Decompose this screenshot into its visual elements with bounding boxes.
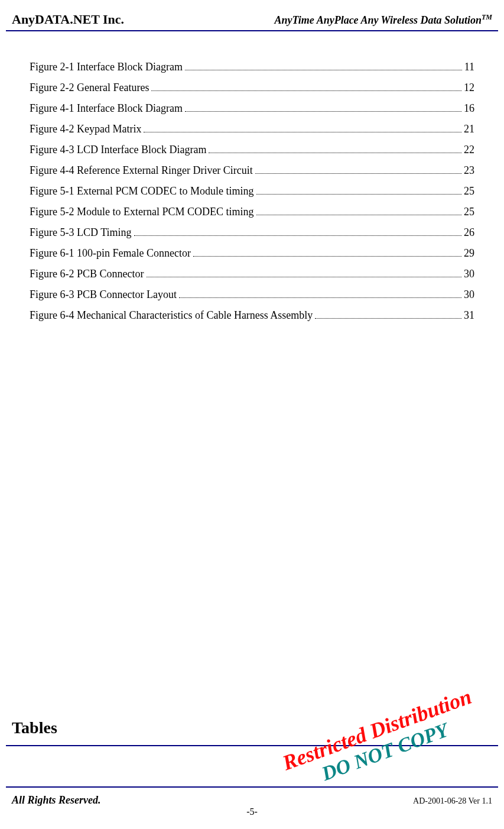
toc-leader-dots: [179, 297, 461, 298]
toc-leader-dots: [134, 235, 461, 236]
toc-page: 16: [464, 102, 474, 115]
toc-leader-dots: [144, 132, 461, 132]
toc-page: 30: [464, 289, 474, 301]
footer-doc-id: AD-2001-06-28 Ver 1.1: [413, 796, 492, 806]
toc-label: Figure 5-2 Module to External PCM CODEC …: [30, 206, 254, 218]
toc-entry: Figure 4-2 Keypad Matrix 21: [30, 123, 474, 135]
company-name: AnyDATA.NET Inc.: [12, 12, 124, 27]
toc-leader-dots: [315, 318, 461, 319]
tagline: AnyTime AnyPlace Any Wireless Data Solut…: [274, 13, 492, 27]
toc-label: Figure 2-2 General Features: [30, 82, 149, 94]
toc-label: Figure 5-3 LCD Timing: [30, 226, 132, 239]
toc-label: Figure 6-2 PCB Connector: [30, 268, 144, 280]
toc-leader-dots: [256, 194, 462, 195]
section-divider: [6, 745, 498, 746]
toc-entry: Figure 6-3 PCB Connector Layout 30: [30, 289, 474, 301]
tagline-trademark: TM: [482, 13, 492, 21]
toc-entry: Figure 2-2 General Features 12: [30, 82, 474, 94]
footer-rights: All Rights Reserved.: [12, 794, 101, 807]
toc-entry: Figure 4-3 LCD Interface Block Diagram 2…: [30, 144, 474, 156]
toc-page: 31: [464, 309, 474, 322]
toc-page: 26: [464, 226, 474, 239]
page-footer: All Rights Reserved. AD-2001-06-28 Ver 1…: [12, 794, 492, 807]
toc-entry: Figure 5-1 External PCM CODEC to Module …: [30, 185, 474, 197]
toc-leader-dots: [185, 70, 462, 70]
section-heading-tables: Tables: [12, 718, 57, 737]
toc-page: 29: [464, 247, 474, 260]
page-header: AnyDATA.NET Inc. AnyTime AnyPlace Any Wi…: [6, 12, 498, 31]
watermark-line-2: DO NOT COPY: [288, 707, 483, 796]
toc-label: Figure 5-1 External PCM CODEC to Module …: [30, 185, 254, 197]
toc-label: Figure 4-2 Keypad Matrix: [30, 123, 141, 135]
toc-label: Figure 4-4 Reference External Ringer Dri…: [30, 164, 253, 177]
toc-entry: Figure 5-3 LCD Timing 26: [30, 226, 474, 239]
list-of-figures: Figure 2-1 Interface Block Diagram 11 Fi…: [6, 31, 498, 322]
toc-leader-dots: [193, 256, 461, 257]
toc-entry: Figure 6-4 Mechanical Characteristics of…: [30, 309, 474, 322]
toc-page: 30: [464, 268, 474, 280]
watermark: Restricted Distribution DO NOT COPY: [279, 684, 482, 796]
tagline-text: AnyTime AnyPlace Any Wireless Data Solut…: [274, 14, 482, 26]
toc-entry: Figure 5-2 Module to External PCM CODEC …: [30, 206, 474, 218]
toc-entry: Figure 4-4 Reference External Ringer Dri…: [30, 164, 474, 177]
toc-entry: Figure 6-1 100-pin Female Connector 29: [30, 247, 474, 260]
toc-label: Figure 6-1 100-pin Female Connector: [30, 247, 191, 260]
toc-label: Figure 6-4 Mechanical Characteristics of…: [30, 309, 313, 322]
toc-label: Figure 6-3 PCB Connector Layout: [30, 289, 177, 301]
toc-page: 21: [464, 123, 474, 135]
toc-page: 25: [464, 185, 474, 197]
footer-divider: [6, 786, 498, 788]
toc-entry: Figure 4-1 Interface Block Diagram 16: [30, 102, 474, 115]
toc-leader-dots: [185, 111, 461, 112]
toc-label: Figure 2-1 Interface Block Diagram: [30, 61, 183, 73]
toc-page: 25: [464, 206, 474, 218]
page-number: -5-: [0, 807, 504, 817]
document-page: AnyDATA.NET Inc. AnyTime AnyPlace Any Wi…: [0, 0, 504, 829]
toc-label: Figure 4-3 LCD Interface Block Diagram: [30, 144, 206, 156]
toc-leader-dots: [255, 173, 461, 174]
toc-leader-dots: [209, 153, 461, 153]
toc-label: Figure 4-1 Interface Block Diagram: [30, 102, 183, 115]
watermark-line-1: Restricted Distribution: [279, 684, 474, 776]
toc-leader-dots: [256, 215, 462, 215]
toc-page: 11: [464, 61, 474, 73]
toc-page: 23: [464, 164, 474, 177]
toc-page: 12: [464, 82, 474, 94]
toc-entry: Figure 6-2 PCB Connector 30: [30, 268, 474, 280]
toc-page: 22: [464, 144, 474, 156]
toc-leader-dots: [147, 277, 462, 277]
toc-leader-dots: [151, 90, 461, 91]
toc-entry: Figure 2-1 Interface Block Diagram 11: [30, 61, 474, 73]
